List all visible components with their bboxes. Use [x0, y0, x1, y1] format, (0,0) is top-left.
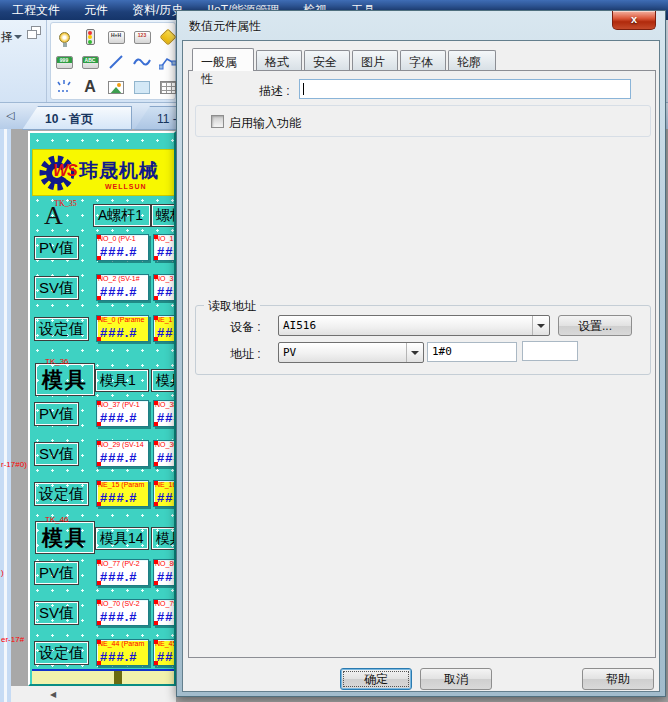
numeric-display-element[interactable]: NO_80 (PV###.# [153, 559, 176, 586]
selection-handle[interactable] [96, 621, 101, 626]
row-label[interactable]: SV值 [35, 602, 78, 624]
help-button[interactable]: 帮助 [582, 668, 654, 690]
selection-handle[interactable] [96, 502, 101, 507]
selection-handle[interactable] [96, 422, 101, 427]
menu-element[interactable]: 元件 [72, 2, 120, 19]
selection-handle[interactable] [153, 440, 158, 445]
numeric-display-element[interactable]: NO_3 (SV-2###.# [153, 274, 176, 301]
selection-handle[interactable] [96, 559, 101, 564]
selection-handle[interactable] [153, 315, 158, 320]
selection-handle[interactable] [153, 234, 158, 239]
numeric-display-element[interactable]: NO_2 (SV-1####.# [96, 274, 149, 301]
numeric-button-element-icon[interactable]: 123 [132, 27, 152, 47]
numeric-display-element-icon[interactable]: 999 [54, 52, 74, 72]
numeric-display-element[interactable]: NE_0 (Parame###.# [96, 315, 149, 342]
tab-general[interactable]: 一般属性 [192, 48, 254, 71]
row-label[interactable]: SV值 [35, 277, 78, 299]
selection-handle[interactable] [96, 440, 101, 445]
row-label[interactable]: 设定值 [35, 483, 88, 505]
tab-picture[interactable]: 图片 [352, 50, 398, 70]
row-label[interactable]: 设定值 [35, 642, 88, 664]
numeric-display-element[interactable]: NO_29 (SV-14###.# [96, 440, 149, 467]
column-header[interactable]: 模具14 [96, 528, 148, 549]
selection-handle[interactable] [96, 315, 101, 320]
tab-scroll-left-icon[interactable]: ◁ [6, 109, 14, 122]
combo-dropdown-icon[interactable] [406, 343, 423, 362]
numeric-display-element[interactable]: NO_1 (PV-2###.# [153, 234, 176, 261]
selection-handle[interactable] [96, 581, 101, 586]
selection-handle[interactable] [96, 400, 101, 405]
selection-handle[interactable] [153, 661, 158, 666]
tab-security[interactable]: 安全 [304, 50, 350, 70]
dialog-close-button[interactable]: x [612, 11, 656, 30]
lamp-element-icon[interactable] [54, 27, 74, 47]
numeric-display-element[interactable]: NE_44 (Param###.# [96, 639, 149, 666]
curve-tool-icon[interactable] [132, 52, 152, 72]
selection-handle[interactable] [96, 274, 101, 279]
selection-handle[interactable] [153, 422, 158, 427]
numeric-display-element[interactable]: NE_15 (Param###.# [96, 480, 149, 507]
selection-handle[interactable] [153, 559, 158, 564]
column-header[interactable]: 模具1 [152, 528, 176, 549]
polyline-tool-icon[interactable] [158, 52, 178, 72]
device-combobox[interactable]: AI516 [278, 315, 550, 336]
rectangle-tool-icon[interactable] [132, 77, 152, 97]
selection-handle[interactable] [153, 337, 158, 342]
tab-outline[interactable]: 轮廓 [448, 50, 496, 70]
selection-handle[interactable] [153, 256, 158, 261]
selection-handle[interactable] [153, 296, 158, 301]
logo-banner[interactable]: WS 玮晟机械 WELLSUN [32, 149, 176, 196]
cancel-button[interactable]: 取消 [420, 668, 492, 690]
selection-handle[interactable] [96, 661, 101, 666]
select-dropdown-icon[interactable] [14, 35, 22, 39]
horizontal-scrollbar[interactable]: ◀ [11, 686, 176, 702]
address-extra-field[interactable] [522, 341, 578, 361]
tab-format[interactable]: 格式 [256, 50, 302, 70]
selection-handle[interactable] [153, 462, 158, 467]
text-display-element-icon[interactable]: ABC [80, 52, 100, 72]
selection-handle[interactable] [153, 502, 158, 507]
duplicate-icon[interactable] [27, 26, 42, 40]
grid-table-tool-icon[interactable] [158, 77, 178, 97]
selection-handle[interactable] [96, 296, 101, 301]
selection-handle[interactable] [153, 480, 158, 485]
address-value-field[interactable]: 1#0 [427, 342, 517, 362]
selection-handle[interactable] [96, 234, 101, 239]
tab-font[interactable]: 字体 [400, 50, 446, 70]
numeric-display-element[interactable]: NO_0 (PV-1###.# [96, 234, 149, 261]
description-input[interactable] [299, 79, 631, 99]
hh-button-element-icon[interactable]: H+H [106, 27, 126, 47]
column-header-screw2[interactable]: 螺杆2 [152, 205, 176, 226]
row-label[interactable]: SV值 [35, 443, 78, 465]
numeric-display-element[interactable]: NO_77 (PV-2###.# [96, 559, 149, 586]
selection-handle[interactable] [153, 581, 158, 586]
hmi-canvas[interactable]: WS 玮晟机械 WELLSUN A TK_35 A螺杆1 螺杆2 PV值NO_0… [28, 131, 176, 686]
selection-handle[interactable] [153, 621, 158, 626]
row-label[interactable]: PV值 [35, 403, 78, 425]
screen-tab-home[interactable]: 10 - 首页 [22, 106, 132, 130]
column-header[interactable]: 模具2 [152, 370, 176, 391]
selection-handle[interactable] [96, 337, 101, 342]
enable-input-checkbox[interactable] [211, 115, 224, 128]
row-label[interactable]: 设定值 [35, 318, 88, 340]
text-tool-icon[interactable]: A [80, 77, 100, 97]
selection-handle[interactable] [96, 639, 101, 644]
selection-handle[interactable] [96, 256, 101, 261]
row-label[interactable]: PV值 [35, 237, 78, 259]
numeric-display-element[interactable]: NO_38 (PV###.# [153, 400, 176, 427]
row-label[interactable]: PV值 [35, 562, 78, 584]
selection-handle[interactable] [96, 480, 101, 485]
numeric-display-element[interactable]: NO_30 (SV###.# [153, 440, 176, 467]
zone-letter[interactable]: A TK_35 [44, 201, 63, 231]
numeric-display-element[interactable]: NO_70 (SV-2###.# [96, 599, 149, 626]
section-header-label[interactable]: 模具TK_46 [36, 522, 94, 553]
device-settings-button[interactable]: 设置... [558, 315, 632, 336]
numeric-display-element[interactable]: NO_79 (SV###.# [153, 599, 176, 626]
image-tool-icon[interactable] [106, 77, 126, 97]
selection-handle[interactable] [153, 400, 158, 405]
numeric-display-element[interactable]: NE_45 (Pa###.# [153, 639, 176, 666]
selection-handle[interactable] [153, 599, 158, 604]
column-header-screw1[interactable]: A螺杆1 [94, 205, 150, 226]
section-header-label[interactable]: 模具TK_36 [36, 364, 94, 395]
address-type-combobox[interactable]: PV [278, 342, 424, 363]
